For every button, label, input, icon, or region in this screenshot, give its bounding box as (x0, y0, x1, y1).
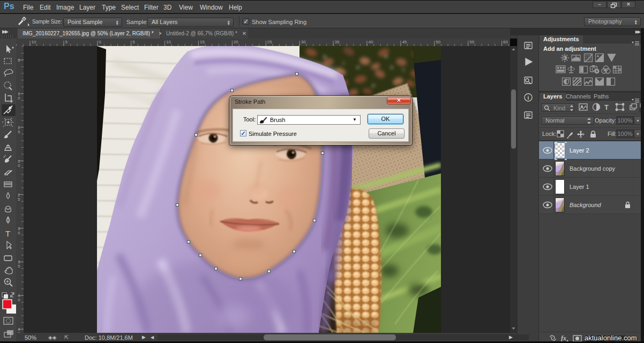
svg-text:5: 5 (132, 40, 135, 44)
svg-text:40: 40 (369, 40, 373, 44)
svg-text:i: i (528, 95, 529, 101)
svg-text:0: 0 (18, 163, 20, 168)
svg-text:fx: fx (561, 334, 566, 342)
svg-text:5: 5 (18, 264, 20, 269)
svg-text:T: T (604, 103, 609, 111)
svg-text:50: 50 (436, 40, 440, 44)
svg-text:5: 5 (18, 129, 20, 134)
svg-text:25: 25 (267, 40, 272, 44)
svg-text:0: 0 (18, 298, 20, 302)
svg-text:5: 5 (18, 197, 20, 202)
svg-text:35: 35 (335, 40, 340, 44)
svg-text:0: 0 (99, 40, 101, 44)
svg-text:55: 55 (469, 40, 474, 44)
svg-text:15: 15 (200, 40, 205, 44)
svg-text:5: 5 (18, 58, 20, 63)
svg-text:T: T (5, 229, 10, 238)
svg-text:10: 10 (32, 40, 36, 44)
svg-text:20: 20 (234, 40, 238, 44)
svg-text:45: 45 (402, 40, 407, 44)
svg-text:0: 0 (18, 231, 20, 235)
svg-text:0: 0 (18, 96, 20, 101)
svg-text:10: 10 (166, 40, 171, 44)
svg-text:30: 30 (301, 40, 306, 44)
svg-text:60: 60 (503, 40, 508, 44)
svg-text:Kind: Kind (553, 105, 565, 111)
svg-text:5: 5 (65, 40, 68, 44)
